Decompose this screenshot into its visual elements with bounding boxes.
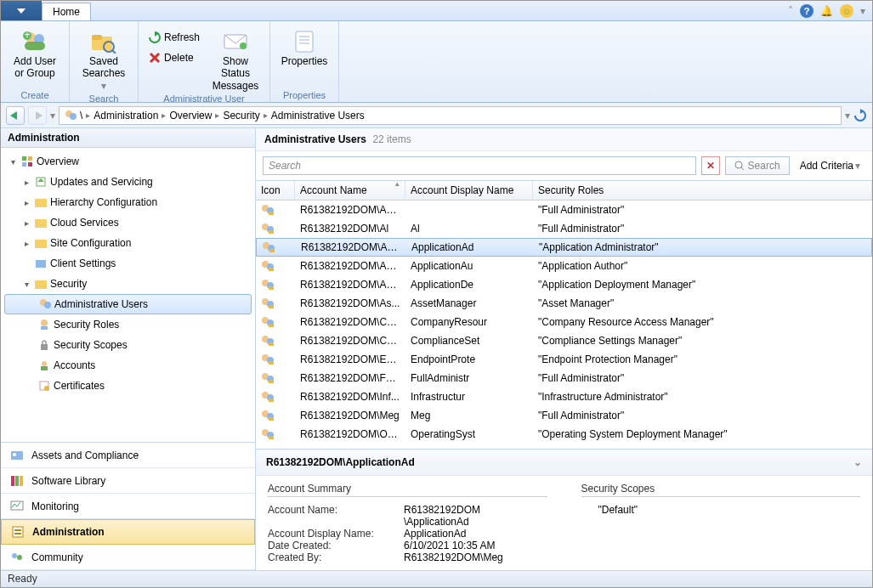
collapse-icon[interactable]: ▾: [21, 280, 31, 289]
svg-text:+: +: [24, 30, 30, 41]
tree-label: Overview: [37, 155, 79, 167]
role-icon: [38, 319, 50, 331]
tree-cloud[interactable]: ▸Cloud Services: [1, 212, 255, 233]
col-account-name[interactable]: Account Name: [295, 181, 405, 200]
svg-rect-92: [269, 417, 274, 421]
grid-body[interactable]: R61382192DOM\Ad..."Full Administrator"R6…: [256, 201, 872, 449]
table-row[interactable]: R61382192DOM\En...EndpointProte"Endpoint…: [256, 350, 872, 369]
breadcrumb[interactable]: \▸ Administration▸ Overview▸ Security▸ A…: [59, 106, 842, 125]
col-security-roles[interactable]: Security Roles: [533, 181, 872, 200]
table-row[interactable]: R61382192DOM\Ful...FullAdministr"Full Ad…: [256, 369, 872, 387]
user-role-icon: [261, 353, 275, 365]
tree-security-scopes[interactable]: Security Scopes: [1, 335, 255, 355]
cell-account-name: R61382192DOM\Co...: [295, 316, 405, 328]
chevron-up-icon[interactable]: ˄: [788, 5, 793, 17]
svg-marker-19: [10, 111, 17, 120]
tab-home[interactable]: Home: [42, 3, 91, 20]
tree-certificates[interactable]: Certificates: [1, 376, 255, 396]
bell-icon[interactable]: 🔔: [820, 5, 833, 17]
tree-security-roles[interactable]: Security Roles: [1, 314, 255, 335]
tree-label: Site Configuration: [50, 237, 131, 249]
cell-account-name: R61382192DOM\Op...: [295, 428, 405, 440]
breadcrumb-segment[interactable]: Security: [223, 110, 259, 122]
table-row[interactable]: R61382192DOM\Op...OperatingSyst"Operatin…: [256, 425, 872, 444]
col-display-name[interactable]: Account Display Name: [405, 181, 533, 200]
tree-updates[interactable]: ▸Updates and Servicing: [1, 172, 255, 192]
properties-button[interactable]: Properties: [277, 25, 332, 67]
tree-overview[interactable]: ▾Overview: [1, 151, 255, 172]
table-row[interactable]: R61382192DOM\Ap...ApplicationAd"Applicat…: [256, 238, 872, 257]
chevron-down-icon[interactable]: ⌄: [853, 456, 862, 468]
tree-hierarchy[interactable]: ▸Hierarchy Configuration: [1, 192, 255, 212]
admin-icon: [10, 524, 26, 540]
cell-display-name: OperatingSyst: [405, 428, 533, 440]
expand-icon[interactable]: ▸: [21, 178, 31, 187]
nav-monitoring[interactable]: Monitoring: [1, 494, 255, 519]
col-icon[interactable]: Icon: [256, 181, 295, 200]
table-row[interactable]: R61382192DOM\Ap...ApplicationAu"Applicat…: [256, 257, 872, 275]
show-status-messages-button[interactable]: Show Status Messages: [208, 25, 263, 92]
nav-community[interactable]: Community: [1, 545, 255, 570]
nav-label: Assets and Compliance: [31, 449, 139, 461]
search-input[interactable]: Search: [263, 156, 696, 175]
tree-security[interactable]: ▾Security: [1, 274, 255, 294]
add-criteria-button[interactable]: Add Criteria▾: [795, 156, 865, 175]
nav-software-library[interactable]: Software Library: [1, 468, 255, 494]
cell-security-roles: "Full Administrator": [533, 204, 872, 216]
refresh-nav-icon[interactable]: [853, 109, 867, 122]
tree-label: Security: [50, 278, 87, 290]
breadcrumb-segment[interactable]: Overview: [169, 110, 212, 122]
svg-point-40: [42, 361, 47, 366]
table-row[interactable]: R61382192DOM\Inf...Infrastructur"Infrast…: [256, 387, 872, 406]
user-role-icon: [261, 297, 275, 309]
users-add-icon: +: [21, 28, 48, 55]
search-button[interactable]: Search: [725, 156, 790, 175]
feedback-dropdown-icon[interactable]: ▾: [860, 5, 865, 17]
svg-point-22: [70, 113, 77, 120]
table-row[interactable]: R61382192DOM\Ap...ApplicationDe"Applicat…: [256, 275, 872, 294]
tree-site[interactable]: ▸Site Configuration: [1, 233, 255, 253]
saved-searches-button[interactable]: Saved Searches ▾: [77, 25, 131, 92]
table-row[interactable]: R61382192DOM\MegMeg"Full Administrator": [256, 406, 872, 425]
nav-assets[interactable]: Assets and Compliance: [1, 443, 255, 468]
feedback-smile-icon[interactable]: ☺: [840, 4, 853, 18]
forward-button[interactable]: [28, 106, 47, 125]
cell-security-roles: "Application Author": [533, 260, 872, 272]
clear-search-button[interactable]: ✕: [701, 156, 720, 175]
back-button[interactable]: [6, 106, 25, 125]
workspace-switcher: Assets and Compliance Software Library M…: [1, 442, 255, 570]
breadcrumb-dropdown-icon[interactable]: ▾: [845, 110, 850, 122]
table-row[interactable]: R61382192DOM\Co...ComplianceSet"Complian…: [256, 331, 872, 350]
nav-administration[interactable]: Administration: [1, 519, 255, 545]
cell-account-name: R61382192DOM\Ap...: [296, 241, 406, 253]
table-row[interactable]: R61382192DOM\As...AssetManager"Asset Man…: [256, 294, 872, 313]
tree-accounts[interactable]: Accounts: [1, 355, 255, 376]
main-split: Administration ▾Overview ▸Updates and Se…: [1, 128, 872, 570]
cell-account-name: R61382192DOM\Meg: [295, 410, 405, 421]
tree-administrative-users[interactable]: Administrative Users: [4, 294, 252, 314]
table-row[interactable]: R61382192DOM\AlAl"Full Administrator": [256, 219, 872, 238]
svg-line-56: [741, 167, 744, 170]
delete-button[interactable]: Delete: [145, 48, 203, 67]
breadcrumb-segment[interactable]: Administrative Users: [271, 110, 365, 122]
cell-account-name: R61382192DOM\Co...: [295, 335, 405, 347]
table-row[interactable]: R61382192DOM\Ad..."Full Administrator": [256, 201, 872, 219]
table-row[interactable]: R61382192DOM\Co...CompanyResour"Company …: [256, 313, 872, 331]
system-menu-button[interactable]: [1, 1, 42, 20]
svg-rect-68: [269, 268, 274, 271]
tree-client-settings[interactable]: Client Settings: [1, 253, 255, 274]
cell-security-roles: "Full Administrator": [533, 410, 872, 421]
folder-search-icon: [90, 28, 117, 55]
refresh-button[interactable]: Refresh: [145, 28, 203, 47]
status-bar: Ready: [1, 570, 872, 587]
user-role-icon: [262, 241, 275, 253]
help-icon[interactable]: ?: [800, 4, 813, 18]
svg-rect-27: [28, 162, 32, 167]
tree-label: Hierarchy Configuration: [50, 196, 157, 208]
breadcrumb-segment[interactable]: Administration: [94, 110, 158, 122]
history-dropdown-icon[interactable]: ▾: [50, 110, 55, 122]
add-user-or-group-button[interactable]: + Add User or Group: [8, 25, 62, 80]
properties-label: Properties: [281, 55, 328, 67]
collapse-icon[interactable]: ▾: [8, 157, 18, 167]
settings-icon: [35, 257, 47, 269]
